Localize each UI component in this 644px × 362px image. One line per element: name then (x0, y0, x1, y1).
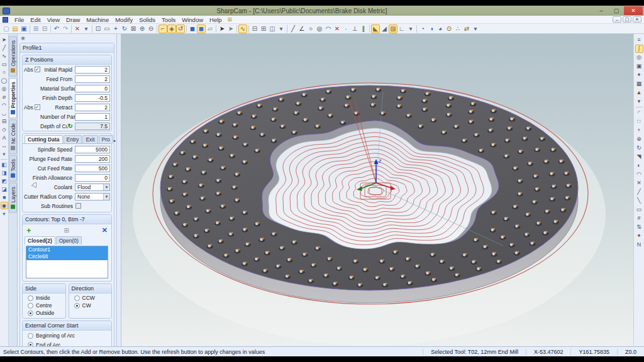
mdi-restore-button[interactable]: ▢ (623, 16, 631, 23)
solid-revolve-icon[interactable]: ◨ (1, 169, 8, 177)
zoom-extents-icon[interactable]: ⊠ (129, 25, 138, 33)
solid-block-icon[interactable]: ■ (1, 194, 8, 201)
line-icon[interactable]: ╱ (289, 25, 297, 33)
delete-options-icon[interactable]: ▾ (82, 25, 91, 33)
sub-routines-checkbox[interactable] (75, 203, 81, 209)
zoom-in-icon[interactable]: ⊕ (138, 25, 147, 33)
op-chamfer-icon[interactable]: ▲ (635, 89, 643, 97)
panel-splitter[interactable] (117, 34, 121, 346)
tab-layers[interactable]: Layers (9, 183, 17, 213)
tab-pro[interactable]: Pro (99, 135, 113, 143)
wireframe-view-icon[interactable]: ▱ (206, 25, 214, 33)
menu-help[interactable]: Help (206, 16, 225, 23)
tile-horizontal-icon[interactable]: ⊟ (250, 25, 259, 33)
redo-icon[interactable]: ↷ (61, 25, 70, 33)
left-dimension-icon[interactable]: ↔ (1, 142, 8, 150)
extend-curve-icon[interactable]: ╲ (635, 197, 643, 205)
trim-curve-icon[interactable]: ╱ (635, 188, 643, 196)
op-drill-icon[interactable]: ◎ (635, 53, 643, 62)
refresh-icon[interactable]: ↻ (68, 123, 73, 129)
mirror-geometry-icon[interactable]: ◐ (635, 162, 643, 170)
left-circle2-icon[interactable]: ◯ (1, 77, 8, 84)
left-circle3-icon[interactable]: ◎ (1, 85, 8, 92)
abs-initial-rapid-checkbox[interactable]: ✓ (35, 67, 40, 72)
explode-tool-icon[interactable]: ✦ (635, 232, 643, 240)
solid-sphere-icon[interactable]: ◉ (1, 202, 8, 209)
left-spline-icon[interactable]: ∿ (1, 52, 8, 60)
delete-geometry-icon[interactable]: ✕ (635, 179, 643, 187)
material-surface-field[interactable]: 0 (75, 85, 110, 92)
tab-tools[interactable]: Tools (9, 155, 17, 182)
move-geometry-icon[interactable]: + (635, 126, 643, 134)
window-options-icon[interactable]: ▾ (277, 25, 286, 33)
close-button[interactable]: ✕ (624, 6, 643, 15)
trim-icon[interactable]: ▨ (389, 25, 397, 33)
cutter-radius-comp-select[interactable]: None ▾ (75, 193, 110, 200)
print-preview-icon[interactable]: ⊞ (31, 25, 40, 33)
swap-tool-icon[interactable]: ⇅ (635, 223, 643, 231)
panel-pin-icon[interactable]: ◉ (21, 35, 25, 41)
left-slot-icon[interactable]: ⊟ (1, 118, 8, 125)
polyline-icon[interactable]: ∠ (297, 25, 306, 33)
delete-icon[interactable]: ✕ (73, 25, 82, 33)
chamfer-icon[interactable]: ◢ (380, 25, 389, 33)
shaded-edges-view-icon[interactable]: ◼ (197, 25, 206, 33)
remove-contour-button[interactable]: ✕ (102, 226, 108, 234)
view-rotate-icon[interactable]: ↺ (176, 25, 185, 33)
menu-view[interactable]: View (44, 16, 63, 23)
title-bar[interactable]: SharpCam - [C:\Users\Public\Documents\Br… (0, 6, 644, 16)
radio-end-of-arc[interactable] (28, 342, 33, 346)
left-polygon-icon[interactable]: ◇ (1, 126, 8, 133)
rotate-geometry-icon[interactable]: ↻ (635, 144, 643, 152)
radio-outside[interactable] (28, 310, 33, 316)
solid-extrude-icon[interactable]: ◧ (1, 161, 8, 168)
feed-from-field[interactable]: 2 (75, 75, 110, 83)
plunge-feed-rate-field[interactable]: 200 (75, 155, 110, 163)
zoom-previous-icon[interactable]: ⊖ (147, 25, 155, 33)
left-select-icon[interactable]: ➤ (1, 36, 8, 43)
contour-list-item[interactable]: Circle68 (26, 253, 108, 260)
left-circle-icon[interactable]: ○ (1, 69, 8, 76)
menu-edit[interactable]: Edit (27, 16, 43, 23)
left-options-icon[interactable]: ▾ (1, 150, 8, 158)
mdi-minimize-button[interactable]: – (613, 16, 621, 23)
more-options-icon[interactable]: ▾ (471, 25, 480, 33)
left-arc-icon[interactable]: ◠ (1, 101, 8, 109)
modify-options-icon[interactable]: ▾ (406, 25, 415, 33)
rectangle-tool-icon[interactable]: ▭ (635, 206, 643, 214)
op-face-icon[interactable]: ≡ (635, 36, 643, 44)
number-of-passes-field[interactable]: 1 (75, 113, 110, 121)
new-file-icon[interactable]: ▢ (2, 25, 11, 33)
tab-closed-contours[interactable]: Closed(2) (25, 236, 55, 244)
add-contour-button[interactable]: + (26, 226, 31, 234)
menu-machine[interactable]: Machine (83, 16, 112, 23)
radio-centre[interactable] (28, 303, 33, 309)
menu-tools[interactable]: Tools (158, 16, 179, 23)
left-rectangle-icon[interactable]: ▭ (1, 60, 8, 68)
point-icon[interactable]: ∙ (341, 25, 350, 33)
rotate-view-icon[interactable]: ↻ (120, 25, 129, 33)
left-diameter-icon[interactable]: ⌀ (1, 93, 8, 101)
radio-beginning-of-arc[interactable] (28, 333, 33, 339)
left-text-icon[interactable]: A (1, 134, 8, 141)
restore-button[interactable]: ▢ (609, 6, 624, 15)
op-pocket-icon[interactable]: ▣ (635, 62, 643, 70)
view-iso-icon[interactable]: ◈ (167, 25, 176, 33)
note-tool-icon[interactable]: N (635, 241, 643, 249)
menu-extra-icon[interactable]: ⊞ (225, 16, 235, 23)
spindle-speed-field[interactable]: 5000 (75, 146, 110, 153)
erase-icon[interactable]: ✕ (333, 25, 341, 33)
arc-icon[interactable]: ◠ (324, 25, 333, 33)
extend-icon[interactable]: ∟ (397, 25, 406, 33)
scale-geometry-icon[interactable]: ◥ (635, 153, 643, 161)
op-options-icon[interactable]: ▾ (635, 97, 643, 106)
zoom-window-icon[interactable]: ⊡ (94, 25, 103, 33)
grid-tool-icon[interactable]: # (635, 214, 643, 222)
tab-entry[interactable]: Entry (64, 135, 82, 143)
cascade-windows-icon[interactable]: ◫ (268, 25, 277, 33)
radio-cw[interactable] (74, 303, 80, 309)
copy-geometry-icon[interactable]: ⊕ (635, 135, 643, 143)
page-setup-icon[interactable]: ⊟ (40, 25, 49, 33)
minimize-button[interactable]: – (594, 6, 609, 15)
offset-geometry-icon[interactable]: ◠ (635, 170, 643, 178)
